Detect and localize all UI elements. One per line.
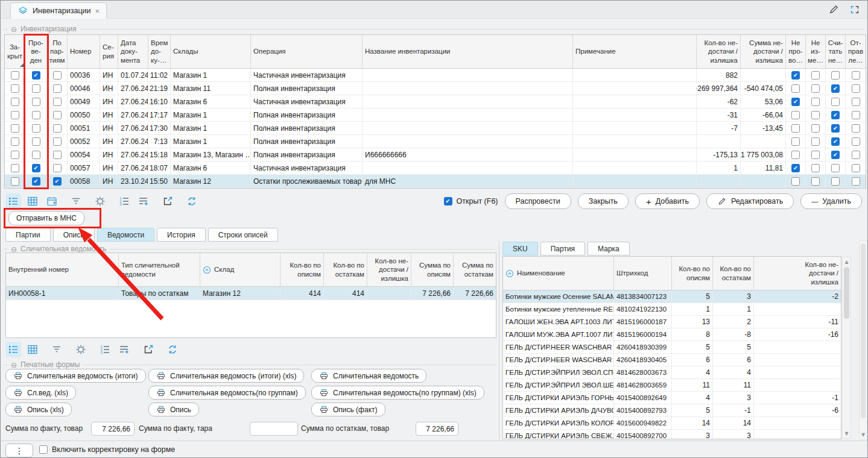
fact-goods-input[interactable] (91, 422, 135, 436)
count-not-checkbox[interactable] (831, 84, 840, 93)
sku-row[interactable]: ГЕЛЬ Д/СТИР.ЭЙПРИЛ ЭВОЛ.ШЕРСТ… 481462800… (503, 379, 841, 392)
col-sum-by-stock[interactable]: Сумма по остаткам (454, 253, 496, 286)
sku-row[interactable]: ГЕЛЬ Д/СТИРКИ АРИЭЛЬ Д/ЧУВСТВ.… 40154008… (503, 404, 841, 417)
col-not-posted[interactable]: Не про- во… (786, 35, 806, 68)
posted-checkbox[interactable] (32, 164, 40, 172)
settings-gear-icon[interactable] (73, 342, 89, 357)
not-posted-checkbox[interactable] (791, 164, 800, 172)
col-qty-by-stock[interactable]: Кол-во по остаткам (713, 257, 754, 290)
sent-checkbox[interactable] (852, 151, 860, 159)
inventory-row[interactable]: 00049 ИН 27.06.24 16:10 Магазин 6 Частич… (5, 95, 866, 108)
maximize-icon[interactable] (849, 4, 860, 15)
sku-row[interactable]: Ботинки мужские Осенние SALAMA… 48138340… (503, 290, 841, 303)
col-number[interactable]: Номер (68, 35, 100, 68)
posted-checkbox[interactable] (32, 137, 40, 146)
sheet-row[interactable]: ИН00058-1 Товары по остаткам Магазин 12 … (6, 287, 496, 300)
not-changed-checkbox[interactable] (811, 164, 820, 172)
add-button[interactable]: Добавить (635, 193, 700, 209)
col-closed[interactable]: За- крыт (5, 35, 25, 68)
list-view-icon[interactable] (5, 193, 21, 209)
scroll-down-icon[interactable]: ▼ (843, 431, 851, 436)
sku-row[interactable]: ГЕЛЬ Д/СТИРКИ АРИЭЛЬ КОЛОР 15… 401560094… (503, 417, 841, 430)
sku-row[interactable]: ГАЛОШИ ЖЕН.ЭВА АРТ.1003 ЛИТЕКС 481519600… (503, 316, 841, 328)
print-sheet-button[interactable]: Сличительная ведомость (311, 369, 426, 383)
print-sheet-xls-button[interactable]: Сл.вед. (xls) (5, 386, 76, 400)
col-posted[interactable]: Про- ве- ден (25, 35, 47, 68)
not-posted-checkbox[interactable] (791, 124, 800, 133)
add-row-icon[interactable] (116, 342, 132, 357)
by-parties-checkbox[interactable] (53, 98, 62, 106)
closed-checkbox[interactable] (11, 111, 19, 119)
count-not-checkbox[interactable] (831, 124, 840, 133)
col-warehouse[interactable]: Склад (200, 253, 280, 286)
tab-opisi[interactable]: Описи (53, 228, 95, 242)
closed-checkbox[interactable] (11, 124, 19, 133)
sku-row[interactable]: ГЕЛЬ Д/СТИР.HEER WASCHBAR УНИ… 426041893… (503, 354, 841, 366)
not-changed-checkbox[interactable] (811, 137, 820, 146)
print-sheet-groups-button[interactable]: Сличительная ведомость(по группам) (148, 386, 306, 400)
by-parties-checkbox[interactable] (53, 71, 62, 80)
closed-checkbox[interactable] (11, 84, 19, 93)
tab-inventories[interactable]: Инвентаризации (10, 2, 107, 19)
open-f6-control[interactable]: Открыт (F6) (444, 197, 498, 205)
posted-checkbox[interactable] (32, 98, 40, 106)
sku-row[interactable]: ГЕЛЬ Д/СТИР.HEER WASCHBAR КОЛ… 426041893… (503, 341, 841, 354)
col-qty-by-lists[interactable]: Кол-во по описям (280, 253, 324, 286)
settings-gear-icon[interactable] (92, 193, 108, 209)
not-posted-checkbox[interactable] (791, 71, 800, 80)
not-changed-checkbox[interactable] (811, 84, 820, 93)
sku-row[interactable]: ГЕЛЬ Д/СТИРКИ АРИЭЛЬ СВЕЖ.ЛЕН… 401540089… (503, 430, 841, 439)
open-external-icon[interactable] (141, 342, 156, 357)
tab-close-icon[interactable] (95, 7, 100, 16)
count-not-checkbox[interactable] (831, 111, 840, 119)
col-not-changed[interactable]: Не из- ме… (806, 35, 826, 68)
filter-icon[interactable] (68, 193, 84, 209)
count-not-checkbox[interactable] (831, 137, 840, 146)
posted-checkbox[interactable] (32, 177, 40, 186)
tab-opis-rows[interactable]: Строки описей (208, 228, 278, 242)
print-sheet-totals-button[interactable]: Сличительная ведомость (итоги) (5, 369, 146, 383)
posted-checkbox[interactable] (32, 151, 40, 159)
collapse-icon[interactable] (11, 24, 17, 34)
col-name[interactable]: Наименование (503, 257, 614, 290)
col-qty-shortage[interactable]: Кол-во не- достачи / излишка (754, 257, 841, 290)
count-not-checkbox[interactable] (831, 151, 840, 159)
col-sent[interactable]: От- прав ле… (846, 35, 866, 68)
closed-checkbox[interactable] (11, 137, 19, 146)
posted-checkbox[interactable] (32, 84, 40, 93)
not-posted-checkbox[interactable] (791, 151, 800, 159)
inventory-row[interactable]: 00054 ИН 27.06.24 15:18 Магазин 13, Мага… (5, 148, 866, 162)
reload-icon[interactable] (165, 342, 180, 357)
panel-scrollbar[interactable]: ▼ (859, 240, 867, 440)
not-changed-checkbox[interactable] (811, 98, 820, 106)
stock-goods-input[interactable] (416, 422, 458, 436)
numbered-list-icon[interactable] (116, 193, 132, 209)
sent-checkbox[interactable] (852, 84, 860, 93)
correction-control[interactable]: Включить корректировку на форме (39, 445, 175, 454)
close-doc-button[interactable]: Закрыть (578, 193, 629, 209)
sent-checkbox[interactable] (852, 111, 860, 119)
print-sheet-totals-xls-button[interactable]: Сличительная ведомость (итоги) (xls) (148, 369, 304, 383)
by-parties-checkbox[interactable] (53, 124, 62, 133)
col-qty-by-lists[interactable]: Кол-во по описям (672, 257, 713, 290)
closed-checkbox[interactable] (11, 98, 19, 106)
inventory-row[interactable]: 00036 ИН 01.07.24 11:02 Магазин 1 Частич… (5, 69, 866, 82)
edit-button[interactable]: Редактировать (706, 193, 794, 209)
col-sum-shortage[interactable]: Сумма не- достачи / излишка (741, 35, 786, 68)
closed-checkbox[interactable] (11, 71, 19, 80)
grid-view-icon[interactable] (25, 342, 40, 357)
sent-checkbox[interactable] (852, 98, 860, 106)
by-parties-checkbox[interactable] (53, 111, 62, 119)
add-row-icon[interactable] (136, 193, 151, 209)
sku-row[interactable]: ГАЛОШИ МУЖ.ЭВА АРТ.1007 ЛИТЕКС 481519600… (503, 328, 841, 341)
by-parties-checkbox[interactable] (53, 177, 62, 186)
count-not-checkbox[interactable] (831, 98, 840, 106)
sent-checkbox[interactable] (852, 177, 860, 186)
col-series[interactable]: Се- рия (100, 35, 118, 68)
inventory-row[interactable]: 00050 ИН 27.06.24 17:17 Магазин 1 Полная… (5, 108, 866, 122)
not-posted-checkbox[interactable] (791, 98, 800, 106)
tab-marka[interactable]: Марка (588, 242, 630, 256)
tab-party[interactable]: Партия (540, 242, 585, 256)
correction-checkbox[interactable] (39, 445, 48, 454)
col-internal-number[interactable]: Внутренний номер (6, 253, 119, 286)
